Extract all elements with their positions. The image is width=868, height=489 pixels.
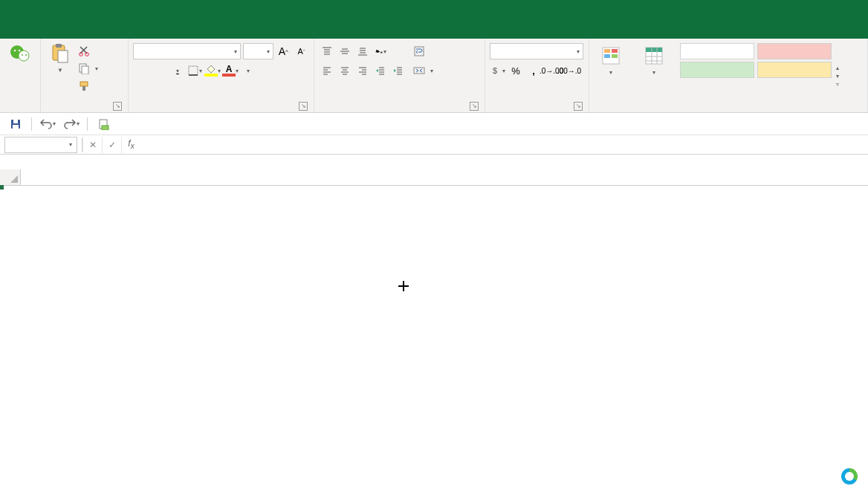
svg-rect-53: [604, 54, 610, 58]
group-label-styles: [594, 109, 863, 112]
conditional-format-button[interactable]: ▾: [594, 43, 628, 109]
spreadsheet-grid[interactable]: [0, 169, 868, 482]
align-bottom-icon[interactable]: [354, 43, 371, 59]
decrease-indent-icon[interactable]: [372, 62, 389, 79]
increase-indent-icon[interactable]: [390, 62, 407, 79]
group-label-number: ↘: [490, 109, 584, 112]
svg-rect-49: [414, 68, 424, 74]
ribbon: ▼ ▾ ↘ ▾ ▾ A^ Aˇ ▾ ▾ ▾ A▾: [0, 39, 868, 113]
print-preview-button[interactable]: [95, 116, 111, 132]
italic-button[interactable]: [151, 62, 167, 79]
group-label-clipboard: ↘: [45, 109, 123, 112]
svg-rect-8: [58, 51, 68, 62]
window-title: [0, 0, 868, 16]
svg-rect-64: [13, 125, 19, 129]
svg-text:$: $: [493, 66, 497, 75]
wrap-text-button[interactable]: [412, 43, 433, 59]
align-left-icon[interactable]: [319, 62, 335, 79]
watermark: [841, 468, 861, 485]
font-color-button[interactable]: A▾: [222, 62, 239, 79]
table-format-button[interactable]: ▾: [632, 43, 676, 109]
align-center-icon[interactable]: [337, 62, 353, 79]
confirm-formula-icon[interactable]: ✓: [102, 137, 121, 153]
align-middle-icon[interactable]: [337, 43, 353, 59]
bold-button[interactable]: [133, 62, 149, 79]
cancel-formula-icon[interactable]: ✕: [82, 137, 102, 153]
percent-button[interactable]: %: [508, 62, 524, 79]
font-size-combo[interactable]: ▾: [243, 43, 273, 59]
font-launcher-icon[interactable]: ↘: [299, 102, 308, 111]
cell-style-neutral[interactable]: [757, 62, 832, 78]
merge-center-button[interactable]: ▾: [412, 62, 433, 79]
number-launcher-icon[interactable]: ↘: [574, 102, 583, 111]
svg-point-5: [25, 54, 27, 56]
font-name-combo[interactable]: ▾: [133, 43, 241, 59]
orientation-button[interactable]: ➹▾: [372, 43, 389, 59]
cursor-icon: [398, 281, 409, 291]
undo-button[interactable]: ▾: [39, 116, 56, 132]
group-label-font: ↘: [133, 109, 309, 112]
svg-rect-55: [612, 54, 618, 58]
decrease-font-icon[interactable]: Aˇ: [294, 43, 309, 59]
svg-rect-14: [82, 86, 85, 91]
select-all-button[interactable]: [0, 169, 21, 185]
redo-button[interactable]: ▾: [63, 116, 80, 132]
svg-rect-13: [80, 82, 88, 86]
accounting-format-button[interactable]: $▾: [490, 62, 506, 79]
svg-point-3: [19, 50, 21, 52]
align-launcher-icon[interactable]: ↘: [470, 102, 479, 111]
clipboard-launcher-icon[interactable]: ↘: [113, 102, 122, 111]
svg-point-4: [22, 54, 23, 56]
group-label-align: ↘: [319, 109, 480, 112]
svg-rect-63: [13, 120, 18, 123]
cell-style-good[interactable]: [680, 62, 754, 78]
svg-rect-7: [56, 44, 62, 48]
underline-button[interactable]: ▾: [169, 62, 185, 79]
paste-button[interactable]: ▼: [45, 41, 75, 109]
svg-rect-15: [189, 66, 198, 75]
send-to-wechat-button[interactable]: [4, 41, 34, 109]
cut-button[interactable]: [77, 42, 98, 59]
styles-row-down-icon[interactable]: ▾: [836, 73, 839, 80]
formula-input[interactable]: [140, 137, 868, 153]
svg-rect-57: [646, 48, 662, 52]
svg-point-2: [14, 50, 16, 52]
svg-rect-52: [604, 49, 610, 53]
cell-style-bad[interactable]: [757, 43, 832, 59]
align-top-icon[interactable]: [319, 43, 335, 59]
phonetic-button[interactable]: ▾: [240, 62, 256, 79]
name-box[interactable]: ▾: [4, 137, 77, 153]
svg-rect-54: [612, 49, 618, 53]
fill-color-button[interactable]: ▾: [204, 62, 221, 79]
quick-access-toolbar: ▾ ▾: [0, 113, 868, 135]
formula-bar: ▾ ✕ ✓ fx: [0, 135, 868, 155]
group-label-wx: [4, 109, 36, 112]
number-format-combo[interactable]: ▾: [490, 43, 583, 59]
svg-rect-66: [102, 126, 108, 130]
paste-dropdown-icon[interactable]: ▼: [57, 67, 63, 74]
svg-point-1: [19, 51, 29, 61]
copy-button[interactable]: ▾: [77, 60, 98, 77]
save-button[interactable]: [7, 116, 24, 132]
cell-style-normal[interactable]: [680, 43, 754, 59]
ribbon-tabs: [0, 16, 868, 39]
increase-font-icon[interactable]: A^: [276, 43, 291, 59]
align-right-icon[interactable]: [354, 62, 371, 79]
watermark-logo-icon: [841, 468, 858, 485]
styles-expand-icon[interactable]: ▿: [836, 81, 839, 88]
svg-rect-12: [82, 66, 88, 74]
decrease-decimal-icon[interactable]: .00→.0: [561, 62, 577, 79]
fx-icon[interactable]: fx: [121, 137, 140, 153]
border-button[interactable]: ▾: [187, 62, 203, 79]
format-painter-button[interactable]: [77, 78, 98, 94]
styles-row-up-icon[interactable]: ▴: [836, 65, 839, 71]
